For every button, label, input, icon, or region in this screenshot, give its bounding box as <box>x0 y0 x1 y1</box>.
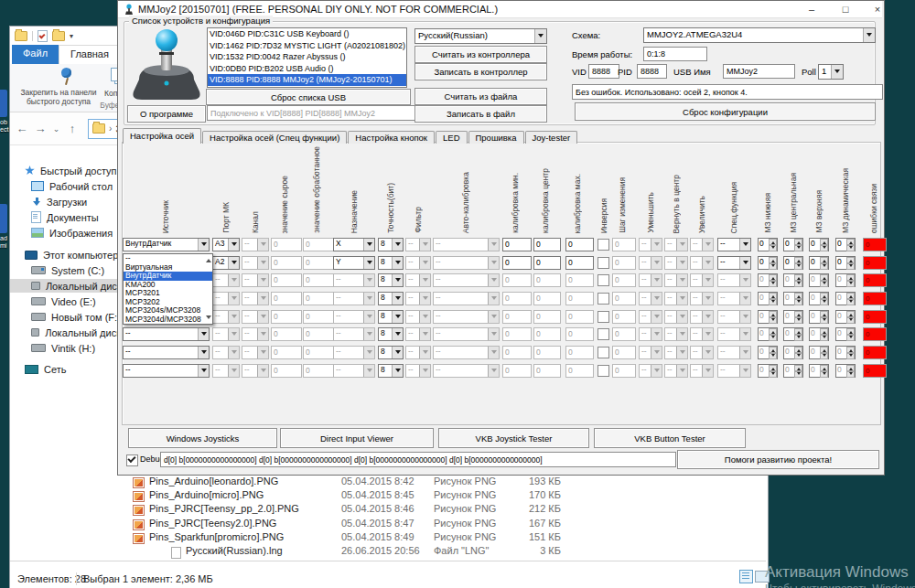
back-icon[interactable]: ← <box>16 122 28 135</box>
deadzone-high-spinner[interactable]: 0 <box>809 327 829 341</box>
scroll-up-icon[interactable] <box>206 256 211 262</box>
deadzone-dynamic-spinner[interactable]: 0 <box>835 364 856 378</box>
spinner-arrows-icon[interactable] <box>769 293 777 305</box>
up-icon[interactable]: ↑ <box>66 122 79 135</box>
filter-select[interactable]: -- <box>405 327 431 341</box>
source-select[interactable]: -- <box>123 327 210 341</box>
inversion-checkbox[interactable] <box>597 293 609 305</box>
spinner-arrows-icon[interactable] <box>794 365 802 377</box>
spinner-arrows-icon[interactable] <box>820 274 828 286</box>
ribbon-tab-2[interactable]: Главная <box>59 45 121 64</box>
deadzone-low-spinner[interactable]: 0 <box>758 292 778 305</box>
inversion-checkbox[interactable] <box>597 311 609 323</box>
dropdown-item[interactable]: MCP3201 <box>124 289 212 298</box>
calibration-center-field[interactable]: 0 <box>533 327 561 341</box>
return-center-select[interactable]: -- <box>664 346 688 359</box>
filter-select[interactable]: -- <box>405 256 431 270</box>
scroll-down-icon[interactable] <box>206 315 211 322</box>
debug-field[interactable]: d[0] b[0000000000000000] d[0] b[00000000… <box>160 452 676 467</box>
assignment-select[interactable]: Y <box>333 256 375 270</box>
raw-value-field[interactable]: 0 <box>271 310 302 324</box>
decrease-select[interactable]: -- <box>639 364 662 378</box>
spinner-arrows-icon[interactable] <box>820 311 828 323</box>
spec-function-select[interactable]: -- <box>717 256 751 270</box>
vid-field[interactable]: 8888 <box>588 64 619 79</box>
return-center-select[interactable]: -- <box>664 364 688 378</box>
step-field[interactable]: 0 <box>612 292 636 305</box>
filter-select[interactable]: -- <box>405 238 431 251</box>
spinner-arrows-icon[interactable] <box>846 328 855 340</box>
source-select[interactable]: -- <box>123 346 210 359</box>
spinner-arrows-icon[interactable] <box>820 328 828 340</box>
deadzone-high-spinner[interactable]: 0 <box>809 310 829 324</box>
step-field[interactable]: 0 <box>612 346 636 359</box>
deadzone-high-spinner[interactable]: 0 <box>809 292 829 305</box>
footer-button[interactable]: VKB Joystick Tester <box>438 428 589 448</box>
deadzone-center-spinner[interactable]: 0 <box>783 292 803 305</box>
dropdown-item[interactable]: MCP3202 <box>124 298 212 307</box>
spec-function-select[interactable]: -- <box>717 346 751 359</box>
deadzone-center-spinner[interactable]: 0 <box>783 256 803 270</box>
decrease-select[interactable]: -- <box>639 256 662 270</box>
calibration-center-field[interactable]: 0 <box>533 273 561 287</box>
assignment-select[interactable]: -- <box>333 310 375 324</box>
step-field[interactable]: 0 <box>612 310 636 324</box>
calibration-center-field[interactable]: 0 <box>533 364 561 378</box>
processed-value-field[interactable]: 0 <box>303 310 334 324</box>
spinner-arrows-icon[interactable] <box>769 239 777 251</box>
dropdown-item[interactable]: -- <box>124 254 212 263</box>
precision-select[interactable]: 8 <box>378 238 404 251</box>
dropdown-item[interactable]: Виртуальная <box>124 263 212 273</box>
channel-select[interactable]: -- <box>242 346 269 359</box>
properties-icon[interactable] <box>38 30 48 42</box>
deadzone-dynamic-spinner[interactable]: 0 <box>835 346 856 359</box>
return-center-select[interactable]: -- <box>664 256 688 270</box>
device-item[interactable]: VID:8888 PID:8888 MMJoy2 (MMJoy2-2015070… <box>208 74 406 86</box>
calibration-max-field[interactable]: 0 <box>565 292 594 305</box>
spinner-arrows-icon[interactable] <box>846 311 855 323</box>
processed-value-field[interactable]: 0 <box>303 292 334 305</box>
filter-select[interactable]: -- <box>405 292 431 305</box>
pid-field[interactable]: 8888 <box>637 64 667 79</box>
increase-select[interactable]: -- <box>690 273 714 287</box>
spinner-arrows-icon[interactable] <box>769 311 777 323</box>
deadzone-center-spinner[interactable]: 0 <box>783 238 803 251</box>
spinner-arrows-icon[interactable] <box>769 328 777 340</box>
usb-name-field[interactable]: MMJoy2 <box>723 64 795 79</box>
footer-button[interactable]: VKB Button Tester <box>594 428 746 448</box>
calibration-min-field[interactable]: 0 <box>502 327 532 341</box>
deadzone-high-spinner[interactable]: 0 <box>809 273 829 287</box>
deadzone-dynamic-spinner[interactable]: 0 <box>835 256 856 270</box>
source-dropdown-list[interactable]: --ВиртуальнаяВнутрДатчикKMA200MCP3201MCP… <box>123 253 213 325</box>
file-row[interactable]: Русский(Russian).lng26.06.2015 20:56Файл… <box>10 545 766 559</box>
calibration-min-field[interactable]: 0 <box>502 292 532 305</box>
calibration-max-field[interactable]: 0 <box>565 346 594 359</box>
autocalibration-select[interactable]: -- <box>433 273 500 287</box>
ribbon-tab-1[interactable]: Файл <box>12 45 59 64</box>
dropdown-item[interactable]: MCP3204d/MCP3208 <box>124 315 212 325</box>
file-row[interactable]: Pins_Arduino[micro].PNG05.04.2015 8:45Ри… <box>10 489 766 503</box>
calibration-max-field[interactable]: 0 <box>565 238 594 251</box>
processed-value-field[interactable]: 0 <box>303 364 334 378</box>
processed-value-field[interactable]: 0 <box>303 346 334 359</box>
channel-select[interactable]: -- <box>242 273 269 287</box>
mcu-port-select[interactable]: -- <box>212 327 240 341</box>
debug-checkbox[interactable] <box>126 454 138 466</box>
decrease-select[interactable]: -- <box>639 273 662 287</box>
new-folder-icon[interactable] <box>52 31 65 41</box>
calibration-center-field[interactable]: 0 <box>533 238 561 251</box>
forward-icon[interactable]: → <box>34 122 47 135</box>
channel-select[interactable]: -- <box>242 310 269 324</box>
spinner-arrows-icon[interactable] <box>820 347 828 358</box>
precision-select[interactable]: 8 <box>378 364 404 378</box>
autocalibration-select[interactable]: -- <box>433 364 500 378</box>
channel-select[interactable]: -- <box>242 238 269 251</box>
decrease-select[interactable]: -- <box>639 238 662 251</box>
filter-select[interactable]: -- <box>405 364 431 378</box>
channel-select[interactable]: -- <box>242 292 269 305</box>
dropdown-item[interactable]: ВнутрДатчик <box>124 272 212 281</box>
reset-config-button[interactable]: Сброс конфигурации <box>575 102 876 121</box>
tab-1[interactable]: Настройка осей <box>123 128 201 144</box>
assignment-select[interactable]: X <box>333 238 375 251</box>
assignment-select[interactable]: -- <box>333 273 375 287</box>
